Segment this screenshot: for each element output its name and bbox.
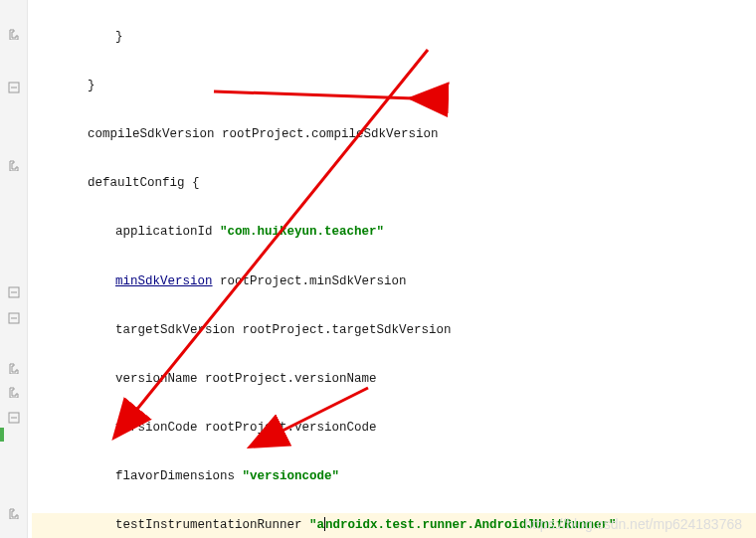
code-line: flavorDimensions "versioncode" — [32, 464, 756, 489]
fold-minus-icon[interactable] — [8, 412, 20, 424]
fold-cap-icon[interactable] — [8, 28, 20, 40]
code-line: versionName rootProject.versionName — [32, 367, 756, 392]
code-line: } — [32, 25, 756, 50]
code-line: versionCode rootProject.versionCode — [32, 416, 756, 441]
code-editor[interactable]: } } compileSdkVersion rootProject.compil… — [32, 0, 756, 538]
code-line: defaultConfig { — [32, 171, 756, 196]
code-line: targetSdkVersion rootProject.targetSdkVe… — [32, 318, 756, 343]
fold-minus-icon[interactable] — [8, 312, 20, 324]
fold-minus-icon[interactable] — [8, 286, 20, 298]
fold-cap-icon[interactable] — [8, 507, 20, 519]
gutter — [0, 0, 28, 538]
fold-cap-icon[interactable] — [8, 362, 20, 374]
code-line: } — [32, 74, 756, 98]
code-line: minSdkVersion rootProject.minSdkVersion — [32, 269, 756, 294]
watermark: https://blog.csdn.net/mp624183768 — [524, 516, 742, 532]
code-line: compileSdkVersion rootProject.compileSdk… — [32, 122, 756, 147]
fold-cap-icon[interactable] — [8, 159, 20, 171]
code-line: applicationId "com.huikeyun.teacher" — [32, 220, 756, 245]
fold-cap-icon[interactable] — [8, 386, 20, 398]
change-marker — [0, 428, 4, 442]
fold-minus-icon[interactable] — [8, 82, 20, 93]
